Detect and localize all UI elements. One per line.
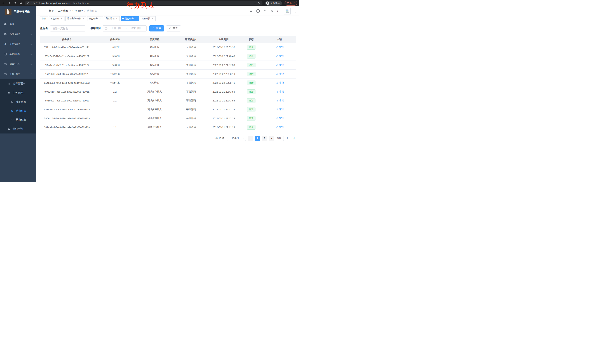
tab-home[interactable]: 首页 [40,16,48,21]
approve-link[interactable]: 审批 [276,99,284,102]
breadcrumb-task-mgmt[interactable]: 任务管理 [72,9,83,13]
cell-starter: 芋道源码 [173,61,209,69]
page-button-1[interactable]: 1 [255,136,260,141]
date-range-picker[interactable]: 开始日期 - 结束日期 [103,25,147,32]
url-bar[interactable]: 不安全 dashboard.yudao.iocoder.cn/bpm/task/… [25,1,263,5]
tab-start-process[interactable]: 发起流程 [49,16,65,21]
sidebar-collapse-icon[interactable] [40,9,44,13]
sidebar-item-system[interactable]: 系统管理 [0,29,36,39]
tab-todo-tasks[interactable]: 待办任务 [121,16,139,21]
approve-link[interactable]: 审批 [276,46,284,49]
sidebar-item-process-mgmt[interactable]: 流程管理 [0,79,36,88]
status-badge: 激活 [247,72,256,76]
edit-icon [276,108,278,111]
breadcrumb-home[interactable]: 首页 [49,9,54,13]
bookmark-star-icon[interactable] [257,2,260,5]
table-row: 069c6a63-7b8a-11ec-8ef0-acde48001122 一级审… [40,52,296,61]
tab-my-process[interactable]: 我的流程 [104,16,120,21]
next-page-button[interactable] [269,136,274,141]
reload-icon[interactable] [13,1,17,5]
cell-status: 激活 [238,78,264,87]
close-icon[interactable] [60,17,63,20]
home-icon[interactable] [19,1,22,5]
tab-process-detail[interactable]: 流程详情 [140,16,156,21]
approve-link[interactable]: 审批 [276,54,284,58]
cell-task-name: 1.2 [94,123,136,132]
search-icon[interactable] [249,9,253,13]
close-icon[interactable] [135,17,137,20]
cell-created: 2022-01-22 23:53:32 [209,43,238,52]
github-icon[interactable] [256,9,260,13]
page-button-2[interactable]: 2 [262,136,267,141]
cell-task-id: 069c6a63-7b8a-11ec-8ef0-acde48001122 [40,52,94,61]
sidebar-item-done-tasks[interactable]: 已办任务 [0,115,36,124]
cell-created: 2022-01-22 18:25:41 [209,78,238,87]
approve-link[interactable]: 审批 [276,117,284,120]
approve-link[interactable]: 审批 [276,72,284,75]
cell-task-name: 一级审批 [94,52,136,61]
forward-icon[interactable] [8,1,11,5]
cell-task-id: 73211d9d-7b9b-11ec-b5b7-acde48001122 [40,43,94,52]
close-icon[interactable] [116,17,118,20]
cell-starter: 芋道源码 [173,105,209,114]
tab-done-tasks[interactable]: 已办任务 [87,16,103,21]
avatar-dropdown-caret[interactable] [294,12,296,13]
approve-link[interactable]: 审批 [276,90,284,93]
cell-task-id: a6aba0a4-7b6d-11ec-b781-acde48001122 [40,78,94,87]
cell-action: 审批 [264,114,296,123]
approve-link[interactable]: 审批 [276,63,284,67]
sidebar-item-devtools[interactable]: 研发工具 [0,59,36,69]
active-dot [122,18,124,19]
cell-process: OA 请假 [136,78,173,87]
end-date-placeholder: 结束日期 [127,27,144,30]
key-icon[interactable] [253,2,256,4]
list-icon [8,82,10,85]
approve-link[interactable]: 审批 [276,108,284,111]
sidebar-item-leave-query[interactable]: 请假查询 [0,124,36,133]
approve-link[interactable]: 审批 [276,126,284,129]
cell-action: 审批 [264,69,296,78]
search-button[interactable]: 搜索 [149,25,164,32]
sidebar-item-workflow[interactable]: 工作流程 [0,69,36,79]
avatar[interactable] [284,8,291,15]
close-icon[interactable] [99,17,101,20]
calendar-icon [105,27,108,30]
cell-process: OA 请假 [136,61,173,69]
sidebar-item-payment[interactable]: ¥ 支付管理 [0,39,36,49]
app-logo-row[interactable]: 芋道管理系统 [0,6,36,17]
status-badge: 激活 [247,63,256,67]
help-icon[interactable] [263,9,266,13]
navbar-actions: TT [249,8,296,15]
close-icon[interactable] [151,17,154,20]
edit-icon [276,90,278,93]
edit-icon [276,73,278,75]
cell-status: 激活 [238,61,264,69]
fullscreen-icon[interactable] [270,9,274,13]
close-icon[interactable] [82,17,85,20]
edit-icon [276,64,278,66]
sidebar-item-infra[interactable]: 基础设施 [0,49,36,59]
reset-button[interactable]: 重置 [166,25,181,32]
navbar: 首页 / 工作流程 / 任务管理 / 待办任务 TT [36,6,299,16]
cell-process: OA 请假 [136,43,173,52]
sidebar-item-task-mgmt[interactable]: 任务管理 [0,88,36,97]
cell-process: OA 请假 [136,52,173,61]
font-size-icon[interactable]: TT [277,9,280,12]
goto-page-input[interactable] [283,136,291,141]
page-size-select[interactable]: 10条/页 [227,136,246,141]
prev-page-button[interactable] [248,136,253,141]
cell-action: 审批 [264,61,296,69]
start-date-placeholder: 开始日期 [108,27,125,30]
process-name-input[interactable] [50,25,85,32]
back-icon[interactable] [2,1,5,5]
browser-menu-update-button[interactable]: 更新 [284,1,297,6]
sidebar-item-home[interactable]: 首页 [0,19,36,29]
cell-action: 审批 [264,52,296,61]
tab-form-edit[interactable]: 流程表单-编辑 [65,16,86,21]
approve-link[interactable]: 审批 [276,81,284,84]
breadcrumb-workflow[interactable]: 工作流程 [58,9,68,13]
sidebar-item-todo-tasks[interactable]: 待办任务 [0,106,36,115]
cell-status: 激活 [238,43,264,52]
browser-toolbar: 不安全 dashboard.yudao.iocoder.cn/bpm/task/… [0,0,299,6]
sidebar-item-my-process[interactable]: 我的流程 [0,97,36,106]
